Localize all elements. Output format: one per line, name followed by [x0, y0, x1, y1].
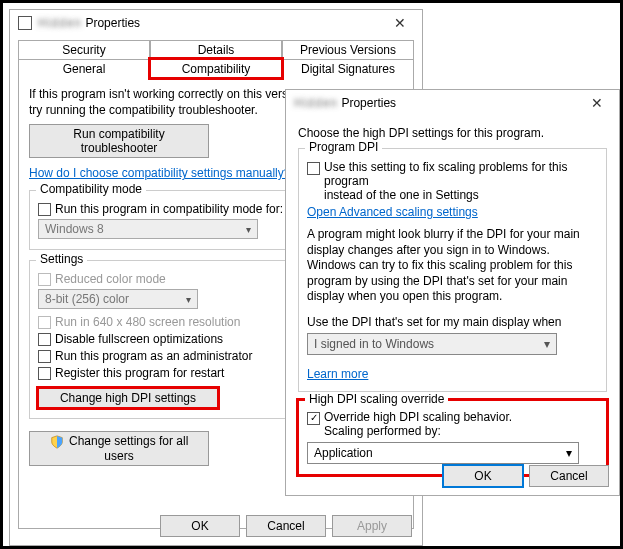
- tab-security[interactable]: Security: [18, 40, 150, 59]
- tab-details[interactable]: Details: [150, 40, 282, 59]
- checkbox-icon: [38, 273, 51, 286]
- shield-icon: [50, 435, 64, 449]
- change-high-dpi-button[interactable]: Change high DPI settings: [38, 388, 218, 408]
- help-link[interactable]: How do I choose compatibility settings m…: [29, 166, 290, 180]
- chevron-down-icon: ▾: [544, 337, 550, 351]
- cancel-button[interactable]: Cancel: [529, 465, 609, 487]
- settings-legend: Settings: [36, 252, 87, 266]
- checkbox-icon: ✓: [307, 412, 320, 425]
- close-icon[interactable]: ✕: [386, 15, 414, 31]
- dialog-buttons: OK Cancel: [443, 465, 609, 487]
- checkbox-icon: [38, 316, 51, 329]
- override-checkbox[interactable]: ✓ Override high DPI scaling behavior. Sc…: [307, 410, 598, 438]
- title-suffix: Properties: [85, 16, 140, 30]
- high-dpi-dialog: Hidden Properties ✕ Choose the high DPI …: [285, 89, 620, 496]
- dpi-override-group: High DPI scaling override ✓ Override hig…: [298, 400, 607, 475]
- tab-previous-versions[interactable]: Previous Versions: [282, 40, 414, 59]
- title-appname: Hidden: [294, 96, 338, 110]
- scaling-select[interactable]: Application ▾: [307, 442, 579, 464]
- use-dpi-select[interactable]: I signed in to Windows ▾: [307, 333, 557, 355]
- ok-button[interactable]: OK: [443, 465, 523, 487]
- dialog-body: Choose the high DPI settings for this pr…: [286, 116, 619, 485]
- app-icon: [18, 16, 32, 30]
- title-suffix: Properties: [341, 96, 396, 110]
- checkbox-icon: [307, 162, 320, 175]
- chevron-down-icon: ▾: [186, 294, 191, 305]
- heading: Choose the high DPI settings for this pr…: [298, 126, 607, 140]
- checkbox-icon: [38, 203, 51, 216]
- tab-compatibility[interactable]: Compatibility: [150, 59, 282, 78]
- apply-button[interactable]: Apply: [332, 515, 412, 537]
- dpi-override-legend: High DPI scaling override: [305, 392, 448, 406]
- program-dpi-group: Program DPI Use this setting to fix scal…: [298, 148, 607, 392]
- ok-button[interactable]: OK: [160, 515, 240, 537]
- run-troubleshooter-button[interactable]: Run compatibility troubleshooter: [29, 124, 209, 158]
- title-appname: Hidden: [38, 16, 82, 30]
- program-dpi-legend: Program DPI: [305, 140, 382, 154]
- learn-more-link[interactable]: Learn more: [307, 367, 368, 381]
- use-dpi-label: Use the DPI that's set for my main displ…: [307, 315, 598, 329]
- checkbox-icon: [38, 350, 51, 363]
- tabs: Security Details Previous Versions Gener…: [18, 40, 414, 78]
- cancel-button[interactable]: Cancel: [246, 515, 326, 537]
- program-dpi-description: A program might look blurry if the DPI f…: [307, 227, 598, 305]
- dialog-buttons: OK Cancel Apply: [160, 515, 412, 537]
- titlebar: Hidden Properties ✕: [286, 90, 619, 116]
- compat-mode-select[interactable]: Windows 8 ▾: [38, 219, 258, 239]
- close-icon[interactable]: ✕: [583, 95, 611, 111]
- titlebar: Hidden Properties ✕: [10, 10, 422, 36]
- chevron-down-icon: ▾: [246, 224, 251, 235]
- chevron-down-icon: ▾: [566, 446, 572, 460]
- checkbox-icon: [38, 333, 51, 346]
- color-depth-select[interactable]: 8-bit (256) color ▾: [38, 289, 198, 309]
- advanced-scaling-link[interactable]: Open Advanced scaling settings: [307, 205, 478, 219]
- tab-digital-signatures[interactable]: Digital Signatures: [282, 59, 414, 78]
- compat-legend: Compatibility mode: [36, 182, 146, 196]
- checkbox-icon: [38, 367, 51, 380]
- change-all-users-button[interactable]: Change settings for all users: [29, 431, 209, 466]
- use-setting-checkbox[interactable]: Use this setting to fix scaling problems…: [307, 160, 598, 202]
- tab-general[interactable]: General: [18, 59, 150, 78]
